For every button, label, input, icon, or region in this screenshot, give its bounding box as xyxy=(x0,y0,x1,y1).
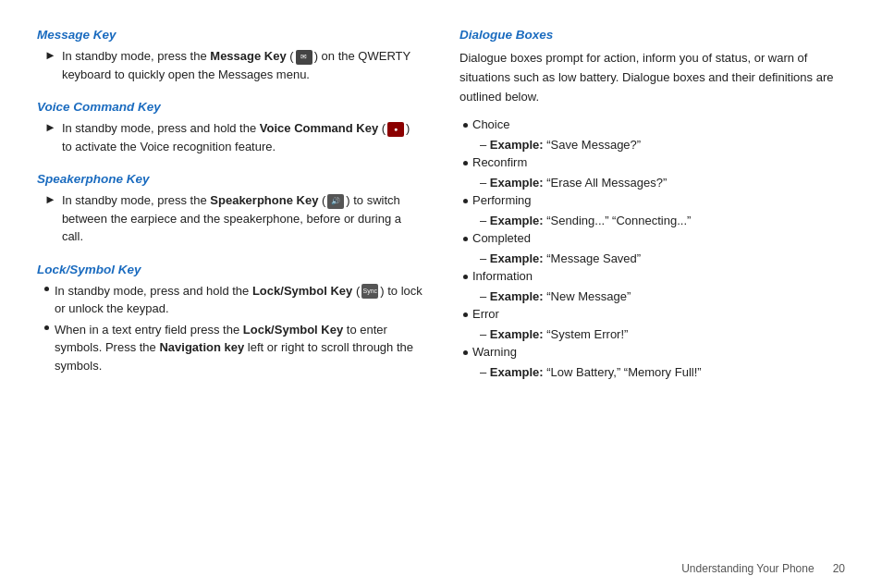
item-completed-label: Completed xyxy=(472,231,531,245)
bullet-dot-icon xyxy=(463,199,468,203)
message-key-text: In standby mode, press the Message Key (… xyxy=(62,47,423,83)
list-item-choice: Choice xyxy=(463,116,845,134)
voice-key-icon: ● xyxy=(387,122,404,137)
speakerphone-bold: Speakerphone Key xyxy=(210,193,318,207)
sub-item-information: Example: “New Message” xyxy=(480,288,845,306)
example-bold: Example: xyxy=(490,176,544,190)
dialogue-boxes-list: Choice Example: “Save Message?” Reconfir… xyxy=(463,116,845,381)
voice-command-text: In standby mode, press and hold the Voic… xyxy=(62,119,423,155)
bullet-dot-icon xyxy=(463,312,468,317)
item-error-label: Error xyxy=(472,307,499,321)
list-item-warning: Warning xyxy=(463,343,845,361)
dot-icon xyxy=(44,325,49,330)
lock-symbol-item-1: In standby mode, press and hold the Lock… xyxy=(44,282,423,318)
voice-command-item: ► In standby mode, press and hold the Vo… xyxy=(44,119,423,155)
bullet-dot-icon xyxy=(463,350,468,355)
dialogue-boxes-title: Dialogue Boxes xyxy=(459,28,845,42)
dialogue-boxes-intro: Dialogue boxes prompt for action, inform… xyxy=(459,49,845,106)
list-item-completed: Completed xyxy=(463,229,845,248)
item-information-example: “New Message” xyxy=(546,289,631,303)
bullet-dot-icon xyxy=(463,161,468,165)
item-reconfirm-label: Reconfirm xyxy=(472,155,527,169)
item-choice-label: Choice xyxy=(472,117,509,131)
item-information-label: Information xyxy=(472,269,533,283)
item-error-example: “System Error!” xyxy=(546,327,628,341)
item-warning-label: Warning xyxy=(472,345,517,359)
lock-symbol-title: Lock/Symbol Key xyxy=(37,263,423,276)
section-lock-symbol: Lock/Symbol Key In standby mode, press a… xyxy=(37,263,423,378)
sub-item-error: Example: “System Error!” xyxy=(480,325,845,344)
example-bold: Example: xyxy=(490,327,544,341)
example-bold: Example: xyxy=(490,251,544,265)
lock-symbol-item-2: When in a text entry field press the Loc… xyxy=(44,321,423,375)
item-choice-example: “Save Message?” xyxy=(546,138,641,152)
speakerphone-text: In standby mode, press the Speakerphone … xyxy=(62,191,423,246)
list-item-reconfirm: Reconfirm xyxy=(463,153,845,172)
message-key-item: ► In standby mode, press the Message Key… xyxy=(44,47,423,83)
sub-item-choice: Example: “Save Message?” xyxy=(480,136,845,154)
bullet-dot-icon xyxy=(463,123,468,128)
voice-command-bold: Voice Command Key xyxy=(260,121,378,135)
voice-command-title: Voice Command Key xyxy=(37,100,423,114)
arrow-icon: ► xyxy=(44,48,56,62)
section-speakerphone: Speakerphone Key ► In standby mode, pres… xyxy=(37,172,423,250)
lock-symbol-text-2: When in a text entry field press the Loc… xyxy=(55,321,423,375)
right-column: Dialogue Boxes Dialogue boxes prompt for… xyxy=(459,28,845,570)
speakerphone-item: ► In standby mode, press the Speakerphon… xyxy=(44,191,423,246)
arrow-icon: ► xyxy=(44,192,56,206)
item-performing-label: Performing xyxy=(472,193,532,207)
speaker-key-icon: 🔊 xyxy=(327,194,344,209)
lock-key-bold-2: Lock/Symbol Key xyxy=(243,323,343,337)
sub-item-reconfirm: Example: “Erase All Messages?” xyxy=(480,174,845,192)
message-key-bold: Message Key xyxy=(210,49,286,63)
list-item-performing: Performing xyxy=(463,191,845,210)
lock-symbol-list: In standby mode, press and hold the Lock… xyxy=(44,282,423,375)
lock-symbol-text-1: In standby mode, press and hold the Lock… xyxy=(55,282,423,318)
item-performing-example: “Sending...” “Connecting...” xyxy=(546,214,691,227)
speakerphone-title: Speakerphone Key xyxy=(37,172,423,186)
lock-key-bold-1: Lock/Symbol Key xyxy=(252,284,352,298)
sync-key-icon-1: Sync xyxy=(361,284,378,299)
message-key-icon: ✉ xyxy=(296,50,312,65)
example-bold: Example: xyxy=(490,289,544,303)
section-dialogue-boxes: Dialogue Boxes Dialogue boxes prompt for… xyxy=(459,28,845,381)
sub-item-warning: Example: “Low Battery,” “Memory Full!” xyxy=(480,363,845,382)
bullet-dot-icon xyxy=(463,237,468,241)
page-container: Message Key ► In standby mode, press the… xyxy=(0,0,882,588)
message-key-title: Message Key xyxy=(37,28,423,42)
item-reconfirm-example: “Erase All Messages?” xyxy=(546,176,667,190)
example-bold: Example: xyxy=(490,365,544,379)
section-voice-command: Voice Command Key ► In standby mode, pre… xyxy=(37,100,423,159)
page-footer: Understanding Your Phone 20 xyxy=(681,562,845,575)
item-warning-example: “Low Battery,” “Memory Full!” xyxy=(546,365,701,379)
page-number: 20 xyxy=(833,562,845,575)
footer-label: Understanding Your Phone xyxy=(681,562,814,575)
sub-item-completed: Example: “Message Saved” xyxy=(480,250,845,268)
dot-icon xyxy=(44,287,49,291)
left-column: Message Key ► In standby mode, press the… xyxy=(37,28,423,570)
section-message-key: Message Key ► In standby mode, press the… xyxy=(37,28,423,87)
list-item-information: Information xyxy=(463,267,845,286)
arrow-icon: ► xyxy=(44,120,56,134)
sub-item-performing: Example: “Sending...” “Connecting...” xyxy=(480,212,845,230)
example-bold: Example: xyxy=(490,214,544,227)
item-completed-example: “Message Saved” xyxy=(546,251,641,265)
list-item-error: Error xyxy=(463,305,845,324)
bullet-dot-icon xyxy=(463,275,468,279)
example-bold: Example: xyxy=(490,138,544,152)
nav-key-bold: Navigation key xyxy=(159,340,244,354)
